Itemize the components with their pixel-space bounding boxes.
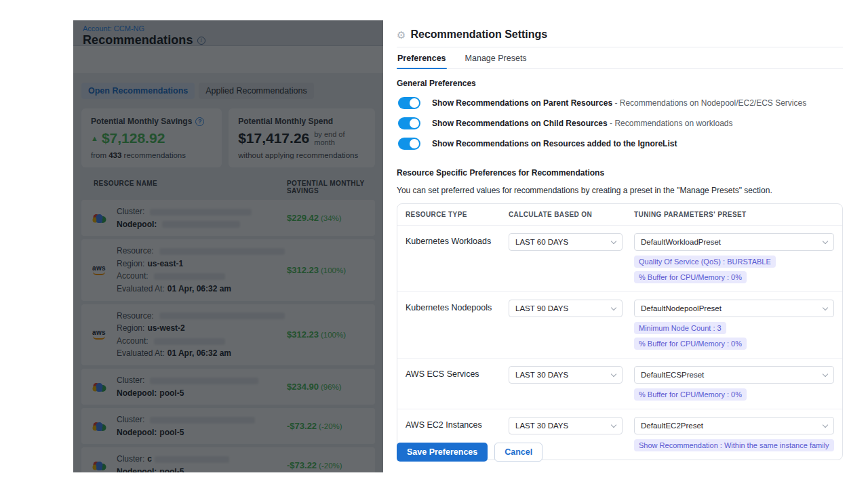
toggle-label: Show Recommendations on Child Resources …: [432, 119, 732, 128]
preferences-rows: Kubernetes WorkloadsLAST 60 DAYSDefaultW…: [397, 226, 842, 460]
toggle-label: Show Recommendations on Parent Resources…: [432, 98, 806, 108]
tuning-preset-select[interactable]: DefaultEC2Preset: [634, 417, 834, 434]
general-preferences-toggles: Show Recommendations on Parent Resources…: [397, 96, 843, 150]
chevron-down-icon: [822, 371, 827, 376]
resource-preferences-heading: Resource Specific Preferences for Recomm…: [397, 168, 843, 178]
chevron-down-icon: [611, 422, 616, 427]
modal-overlay[interactable]: [73, 20, 383, 472]
calculate-based-on-select[interactable]: LAST 60 DAYS: [509, 233, 623, 251]
save-preferences-button[interactable]: Save Preferences: [397, 443, 488, 462]
preference-toggle-row: Show Recommendations on Resources added …: [398, 137, 843, 150]
preference-toggle-row: Show Recommendations on Parent Resources…: [398, 96, 843, 110]
column-resource-type: RESOURCE TYPE: [406, 211, 509, 218]
chevron-down-icon: [822, 304, 827, 310]
chevron-down-icon: [822, 422, 827, 427]
preset-parameter-chip: Show Recommendation : Within the same in…: [634, 439, 834, 451]
chevron-down-icon: [611, 371, 616, 376]
resource-preferences-table: RESOURCE TYPE CALCULATE BASED ON TUNING …: [397, 203, 843, 460]
chevron-down-icon: [822, 238, 827, 243]
chevron-down-icon: [611, 304, 616, 310]
preferences-table-header: RESOURCE TYPE CALCULATE BASED ON TUNING …: [397, 204, 842, 226]
column-calculate-based-on: CALCULATE BASED ON: [509, 211, 634, 218]
toggle-switch[interactable]: [398, 138, 420, 150]
tab-manage-presets[interactable]: Manage Presets: [465, 47, 528, 68]
toggle-switch[interactable]: [398, 117, 420, 129]
preset-parameter-chip: % Buffer for CPU/Memory : 0%: [634, 388, 747, 401]
preset-parameter-chip: Minimum Node Count : 3: [634, 322, 726, 334]
toggle-switch[interactable]: [398, 97, 420, 109]
tab-preferences[interactable]: Preferences: [397, 47, 447, 68]
gear-icon: ⚙: [397, 30, 406, 40]
calculate-based-on-select[interactable]: LAST 30 DAYS: [509, 366, 623, 384]
preference-toggle-row: Show Recommendations on Child Resources …: [398, 117, 843, 130]
toggle-label: Show Recommendations on Resources added …: [432, 139, 677, 148]
screen: Account: CCM-NG Recommendations i Open R…: [0, 0, 868, 488]
recommendation-settings-drawer: ⚙ Recommendation Settings Preferences Ma…: [383, 20, 854, 472]
recommendations-page: Account: CCM-NG Recommendations i Open R…: [73, 20, 383, 472]
resource-preference-row: AWS ECS ServicesLAST 30 DAYSDefaultECSPr…: [397, 359, 842, 409]
resource-type-label: AWS ECS Services: [406, 366, 509, 401]
general-preferences-heading: General Preferences: [397, 79, 843, 88]
preset-parameter-chip: % Buffer for CPU/Memory : 0%: [634, 338, 747, 350]
settings-title: Recommendation Settings: [410, 28, 547, 41]
drawer-actions: Save Preferences Cancel: [397, 443, 542, 462]
column-tuning-preset: TUNING PARAMETERS' PRESET: [634, 211, 834, 218]
tuning-preset-select[interactable]: DefaultNodepoolPreset: [634, 300, 834, 317]
calculate-based-on-select[interactable]: LAST 90 DAYS: [509, 300, 623, 317]
app-window: Account: CCM-NG Recommendations i Open R…: [73, 20, 795, 472]
resource-type-label: Kubernetes Workloads: [406, 233, 509, 283]
resource-preference-row: Kubernetes NodepoolsLAST 90 DAYSDefaultN…: [397, 292, 842, 359]
resource-type-label: Kubernetes Nodepools: [406, 300, 509, 350]
calculate-based-on-select[interactable]: LAST 30 DAYS: [509, 417, 623, 434]
settings-tabs: Preferences Manage Presets: [397, 47, 843, 69]
preset-parameter-chip: Quality Of Service (QoS) : BURSTABLE: [634, 256, 776, 268]
tuning-preset-select[interactable]: DefaultWorkloadPreset: [634, 233, 834, 251]
resource-preferences-description: You can set preferred values for recomme…: [397, 186, 843, 195]
cancel-button[interactable]: Cancel: [494, 443, 542, 462]
resource-preference-row: Kubernetes WorkloadsLAST 60 DAYSDefaultW…: [397, 226, 842, 292]
preset-parameter-chip: % Buffer for CPU/Memory : 0%: [634, 271, 747, 283]
tuning-preset-select[interactable]: DefaultECSPreset: [634, 366, 834, 384]
chevron-down-icon: [611, 238, 616, 243]
